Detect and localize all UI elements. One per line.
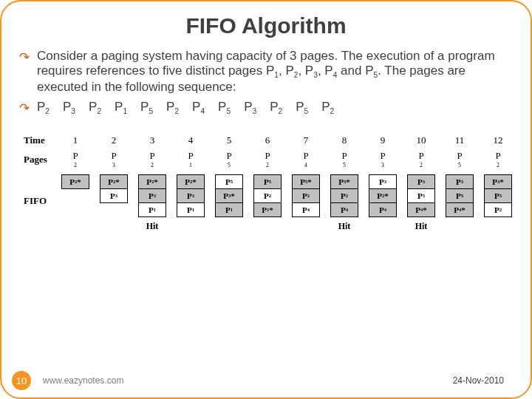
hit-label: Hit	[415, 220, 428, 233]
fifo-trace: Time 123456789101112 Pages P2P3P2P1P5P2P…	[24, 133, 531, 233]
frame-cell: P2*	[61, 174, 89, 189]
frame-cell: P4	[330, 202, 358, 217]
sequence-item: P2	[37, 100, 50, 115]
footer-url: www.eazynotes.com	[43, 375, 123, 386]
footer: 10 www.eazynotes.com 24-Nov-2010	[1, 371, 531, 390]
frame-cell: P2	[330, 188, 358, 203]
frame-cell: P5	[484, 188, 512, 203]
page-ref-cell: P3	[96, 152, 132, 167]
frame-cell: P5*	[292, 174, 320, 189]
page-ref-cell: P2	[250, 152, 285, 167]
paragraph: ↷ Consider a paging system having capaci…	[37, 49, 511, 95]
frame-cell: P3*	[484, 174, 512, 189]
sequence-item: P2	[270, 100, 282, 115]
frame-column: P3P5P4*Hit	[403, 174, 439, 233]
frame-column: P5P2P1*	[250, 174, 285, 233]
fifo-label: FIFO	[24, 174, 58, 207]
frame-cell: P3	[138, 188, 166, 203]
sequence-item: P2	[166, 100, 179, 115]
frame-cell: P3	[369, 174, 397, 189]
time-cell: 3	[134, 133, 170, 148]
frame-cell: P1	[177, 202, 205, 217]
frames-row: FIFO P2*P2*P3P2*P3P1HitP2*P3P1P5P3*P1P5P…	[24, 174, 531, 233]
hit-label: Hit	[338, 220, 351, 233]
frame-column: P5*P2P4Hit	[327, 174, 362, 233]
sequence-item: P5	[140, 100, 153, 115]
frame-column: P2*P3P1	[173, 174, 208, 233]
slide-body: ↷ Consider a paging system having capaci…	[1, 38, 531, 115]
frame-cell: P4	[292, 202, 320, 217]
slide-title: FIFO Algorithm	[1, 13, 531, 38]
sequence-item: P3	[63, 100, 75, 115]
frame-cell: P3	[177, 188, 205, 203]
time-row: Time 123456789101112	[24, 133, 531, 148]
sequence-item: P5	[218, 100, 231, 115]
sequence-item: P3	[244, 100, 256, 115]
page-ref-cell: P4	[288, 152, 324, 167]
sequence-item: P2	[321, 100, 334, 115]
frame-cell: P2*	[138, 174, 166, 189]
frame-cell: P4*	[407, 202, 435, 217]
frame-column: P2*P3P1Hit	[134, 174, 170, 233]
hit-label: Hit	[146, 220, 159, 233]
time-cell: 2	[96, 133, 132, 148]
time-label: Time	[24, 134, 58, 146]
frame-column: P2*	[58, 174, 93, 233]
frame-cell: P5	[446, 188, 474, 203]
time-cell: 4	[173, 133, 208, 148]
page-ref-cell: P2	[480, 152, 516, 167]
frame-column: P5P3*P1	[211, 174, 247, 233]
page-number: 10	[12, 371, 31, 390]
sequence-row: ↷ P2P3P2P1P5P2P4P5P3P2P5P2	[37, 100, 511, 115]
frame-cell: P5	[215, 174, 243, 189]
frame-cell: P4	[369, 202, 397, 217]
time-cell: 5	[211, 133, 247, 148]
pages-label: Pages	[24, 154, 58, 166]
time-cell: 1	[58, 133, 93, 148]
frame-cell: P3	[100, 188, 128, 203]
frame-column: P3P2*P4	[365, 174, 400, 233]
page-ref-cell: P2	[134, 152, 170, 167]
frame-cell: P2*	[369, 188, 397, 203]
page-ref-cell: P3	[365, 152, 400, 167]
frame-cell: P1	[215, 202, 243, 217]
frame-column: P5*P2P4	[288, 174, 324, 233]
sequence-item: P5	[296, 100, 308, 115]
page-ref-cell: P2	[58, 152, 93, 167]
frame-cell: P2	[292, 188, 320, 203]
page-ref-cell: P2	[403, 152, 439, 167]
time-cell: 9	[365, 133, 400, 148]
time-cell: 12	[480, 133, 516, 148]
page-ref-cell: P5	[442, 152, 477, 167]
frame-cell: P5	[253, 174, 282, 189]
frame-cell: P3	[446, 174, 474, 189]
sequence-item: P1	[115, 100, 127, 115]
frame-cell: P1	[138, 202, 166, 217]
frame-cell: P5*	[330, 174, 358, 189]
page-ref-cell: P5	[327, 152, 362, 167]
page-ref-cell: P5	[211, 152, 247, 167]
frame-cell: P2*	[177, 174, 205, 189]
frame-cell: P2	[253, 188, 282, 203]
frame-cell: P2*	[100, 174, 128, 189]
frame-column: P2*P3	[96, 174, 132, 233]
footer-date: 24-Nov-2010	[453, 375, 504, 386]
time-cell: 10	[403, 133, 439, 148]
time-cell: 6	[250, 133, 285, 148]
frame-cell: P2	[484, 202, 512, 217]
frame-column: P3P5P4*	[442, 174, 477, 233]
frame-cell: P3*	[215, 188, 243, 203]
time-cell: 8	[327, 133, 362, 148]
bullet-icon: ↷	[19, 50, 30, 65]
bullet-icon: ↷	[19, 100, 30, 116]
frame-cell: P1*	[253, 202, 282, 217]
time-cell: 7	[288, 133, 324, 148]
sequence-item: P2	[89, 100, 101, 115]
page-ref-cell: P1	[173, 152, 208, 167]
time-cell: 11	[442, 133, 477, 148]
frame-cell: P3	[407, 174, 435, 189]
frame-cell: P4*	[446, 202, 474, 217]
sequence-item: P4	[192, 100, 205, 115]
frame-cell: P5	[407, 188, 435, 203]
frame-column: P3*P5P2	[480, 174, 516, 233]
